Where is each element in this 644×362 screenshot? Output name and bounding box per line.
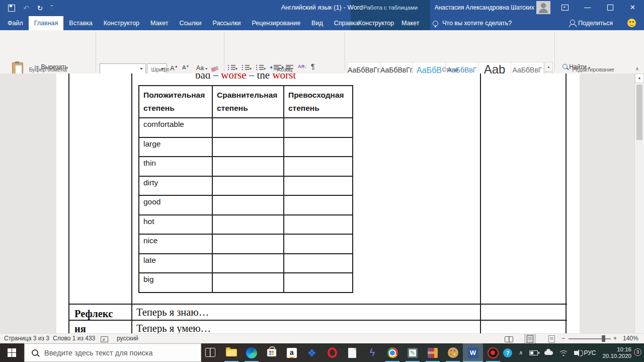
cell-empty[interactable] [212, 273, 284, 293]
start-button[interactable] [0, 343, 24, 362]
reflection-label[interactable]: Рефлекс ия [74, 306, 113, 333]
tab-insert[interactable]: Вставка [63, 16, 98, 30]
reflection-can-line[interactable]: Теперь я умею… [136, 323, 211, 333]
tab-table-design[interactable]: Конструктор [358, 16, 394, 30]
save-icon[interactable] [8, 5, 15, 12]
cell-word[interactable]: thin [139, 157, 212, 176]
cell-empty[interactable] [284, 157, 353, 176]
taskbar-search-input[interactable]: Введите здесь текст для поиска [24, 343, 201, 362]
cell-empty[interactable] [284, 118, 353, 137]
cell-empty[interactable] [212, 137, 284, 157]
cell-empty[interactable] [284, 254, 353, 273]
tab-design[interactable]: Конструктор [98, 16, 145, 30]
zoom-in-button[interactable]: + [613, 334, 617, 343]
taskbar-editor-app[interactable]: ✎ [403, 343, 423, 362]
tab-layout[interactable]: Макет [145, 16, 174, 30]
quick-access-toolbar: ↶ ↻ ▾ [8, 0, 53, 16]
taskbar-lightning-app[interactable]: ϟ [362, 343, 382, 362]
cell-word[interactable]: good [139, 195, 212, 215]
tab-view[interactable]: Вид [306, 16, 329, 30]
tab-mailings[interactable]: Рассылки [207, 16, 246, 30]
tell-me-box[interactable]: Что вы хотите сделать? [433, 16, 512, 30]
language-indicator[interactable]: русский [117, 334, 138, 343]
cell-word[interactable]: large [139, 137, 212, 157]
redo-icon[interactable]: ↻ [37, 4, 43, 12]
collapse-ribbon-icon[interactable]: ∧ [635, 66, 639, 71]
cell-empty[interactable] [284, 195, 353, 215]
close-button[interactable]: ✕ [621, 0, 644, 16]
help-tray-icon[interactable]: ? [503, 348, 512, 357]
cell-word[interactable]: comfortable [139, 118, 212, 137]
doc-heading-line[interactable]: bad – worse – the worst [195, 74, 296, 82]
task-view-button[interactable] [205, 348, 215, 357]
taskbar-chrome[interactable] [382, 343, 403, 362]
cell-empty[interactable] [212, 118, 284, 137]
page-indicator[interactable]: Страница 3 из 3 [4, 334, 49, 343]
header-comparative[interactable]: Сравнительная степень [212, 86, 284, 118]
wifi-icon[interactable] [559, 350, 568, 356]
taskbar-winrar[interactable] [423, 343, 443, 362]
taskbar-amazon[interactable]: a [282, 343, 302, 362]
taskbar-paint-app[interactable] [443, 343, 463, 362]
taskbar-microsoft-store[interactable] [262, 343, 282, 362]
language-switcher[interactable]: РУС [584, 349, 596, 356]
taskbar-word-active[interactable]: W [463, 343, 483, 362]
cell-word[interactable]: dirty [139, 176, 212, 196]
cell-word[interactable]: hot [139, 215, 212, 235]
taskbar-document-app[interactable] [342, 343, 362, 362]
avatar[interactable] [536, 1, 550, 14]
tray-chevron-icon[interactable]: ∧ [519, 349, 523, 356]
scrollbar-thumb[interactable] [636, 85, 642, 140]
vertical-scrollbar[interactable]: ▲ [634, 74, 644, 333]
cell-empty[interactable] [212, 254, 284, 273]
font-group-label: Шрифт [97, 66, 224, 73]
onedrive-cloud-icon[interactable] [544, 351, 553, 355]
taskbar-dropbox[interactable]: ❖ [302, 343, 322, 362]
header-superlative[interactable]: Превосходная степень [284, 86, 353, 118]
tab-file[interactable]: Файл [2, 16, 29, 30]
taskbar-screen-recorder[interactable] [483, 343, 503, 362]
cell-word[interactable]: nice [139, 234, 212, 254]
feedback-smiley-icon[interactable] [627, 19, 636, 27]
scroll-up-icon[interactable]: ▲ [635, 74, 644, 83]
clock[interactable]: 10:16 20.10.2020 [602, 346, 631, 359]
customize-qat-icon[interactable]: ▾ [51, 6, 53, 11]
table-row: big [139, 273, 353, 293]
cell-empty[interactable] [212, 157, 284, 176]
ribbon-display-options-button[interactable] [553, 0, 576, 16]
tab-references[interactable]: Ссылки [174, 16, 207, 30]
speaker-icon[interactable] [574, 351, 577, 355]
cell-empty[interactable] [284, 215, 353, 235]
restore-button[interactable] [599, 0, 621, 16]
word-icon: W [468, 347, 478, 358]
cell-empty[interactable] [284, 273, 353, 293]
undo-icon[interactable]: ↶ [23, 4, 29, 12]
taskbar-edge[interactable] [242, 343, 262, 362]
table-row: thin [139, 157, 353, 176]
taskbar: Введите здесь текст для поиска a ❖ ϟ ✎ W… [0, 343, 644, 362]
reflection-know-line[interactable]: Теперь я знаю… [136, 307, 209, 318]
cell-empty[interactable] [212, 176, 284, 196]
minimize-button[interactable]: — [576, 0, 599, 16]
paragraph-group-label: Абзац [225, 66, 345, 73]
battery-icon[interactable] [529, 350, 538, 355]
tab-table-layout[interactable]: Макет [401, 16, 419, 30]
zoom-out-button[interactable]: − [561, 334, 565, 343]
cell-empty[interactable] [212, 234, 284, 254]
taskbar-opera[interactable] [322, 343, 342, 362]
cell-word[interactable]: big [139, 273, 212, 293]
cell-empty[interactable] [284, 137, 353, 157]
tab-home[interactable]: Главная [29, 16, 64, 30]
tab-review[interactable]: Рецензирование [247, 16, 306, 30]
cell-empty[interactable] [284, 176, 353, 196]
share-button[interactable]: Поделиться [570, 16, 613, 30]
taskbar-file-explorer[interactable] [221, 343, 242, 362]
zoom-level[interactable]: 140% [623, 334, 638, 343]
zoom-slider-thumb[interactable] [602, 335, 605, 342]
cell-empty[interactable] [212, 215, 284, 235]
cell-word[interactable]: late [139, 254, 212, 273]
cell-empty[interactable] [212, 195, 284, 215]
cell-empty[interactable] [284, 234, 353, 254]
word-count[interactable]: Слово 1 из 433 [53, 334, 95, 343]
header-positive[interactable]: Положительная степень [139, 86, 212, 118]
